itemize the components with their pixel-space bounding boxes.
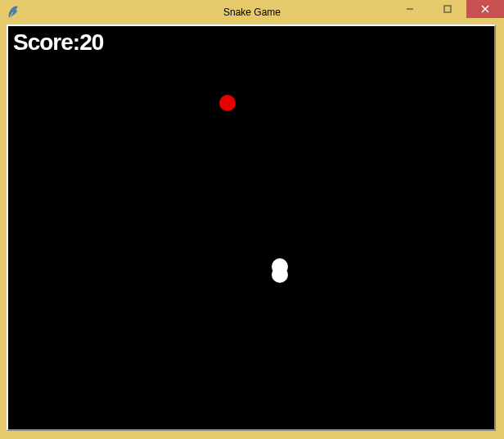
window-title: Snake Game [223, 7, 281, 18]
maximize-button[interactable] [429, 0, 466, 18]
score-value: 20 [79, 29, 103, 55]
game-frame: Score:20 [7, 25, 496, 431]
score-display: Score:20 [13, 29, 103, 56]
svg-rect-1 [444, 6, 451, 12]
close-button[interactable] [466, 0, 504, 18]
tk-feather-icon [7, 6, 20, 19]
minimize-button[interactable] [391, 0, 429, 18]
score-label: Score: [13, 29, 79, 55]
window-controls [391, 0, 504, 18]
titlebar[interactable]: Snake Game [0, 0, 504, 25]
food-dot [219, 95, 236, 111]
snake-segment [272, 267, 288, 283]
game-canvas[interactable]: Score:20 [8, 26, 494, 429]
